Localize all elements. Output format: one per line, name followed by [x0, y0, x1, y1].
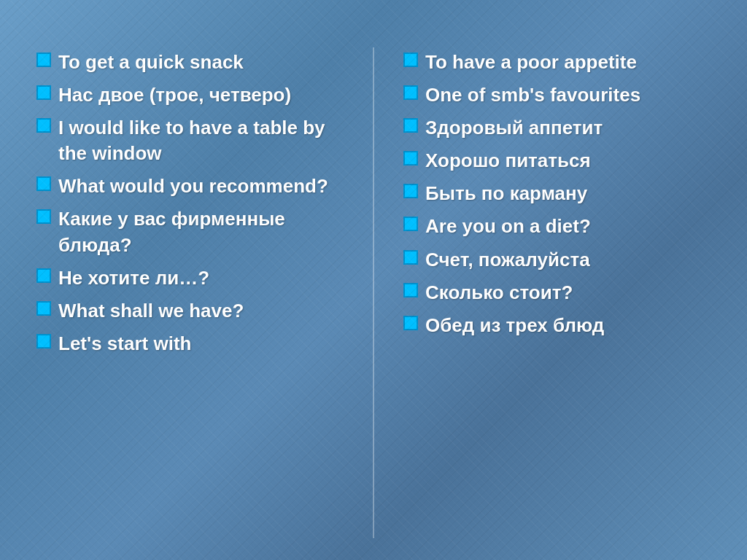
list-item: Обед из трех блюд	[403, 311, 711, 341]
bullet-icon	[36, 85, 51, 100]
list-item: Здоровый аппетит	[403, 113, 711, 143]
list-item: To get a quick snack	[36, 47, 344, 77]
bullet-text: What shall we have?	[58, 298, 244, 324]
bullet-text: To get a quick snack	[58, 50, 244, 75]
bullet-icon	[36, 268, 51, 283]
bullet-text: Счет, пожалуйста	[425, 247, 590, 273]
bullet-icon	[403, 184, 418, 198]
list-item: What shall we have?	[36, 296, 344, 326]
bullet-icon	[403, 316, 418, 330]
bullet-icon	[403, 151, 418, 166]
bullet-text: To have a poor appetite	[425, 50, 637, 75]
right-column: To have a poor appetiteOne of smb's favo…	[403, 47, 711, 538]
list-item: Быть по карману	[403, 179, 711, 209]
list-item: Счет, пожалуйста	[403, 245, 711, 275]
bullet-text: Быть по карману	[425, 181, 587, 206]
bullet-icon	[403, 217, 418, 231]
column-divider	[373, 47, 374, 538]
bullet-icon	[36, 176, 51, 191]
bullet-text: Какие у вас фирменные блюда?	[58, 206, 344, 257]
list-item: Сколько стоит?	[403, 278, 711, 308]
bullet-icon	[36, 118, 51, 133]
list-item: Нас двое (трое, четверо)	[36, 80, 344, 110]
bullet-text: What would you recommend?	[58, 174, 328, 199]
bullet-text: Не хотите ли…?	[58, 265, 209, 291]
list-item: Let's start with	[36, 329, 344, 359]
list-item: Не хотите ли…?	[36, 263, 344, 293]
list-item: Хорошо питаться	[403, 146, 711, 176]
bullet-text: Хорошо питаться	[425, 148, 591, 174]
bullet-icon	[36, 301, 51, 316]
bullet-text: Нас двое (трое, четверо)	[58, 82, 291, 108]
bullet-text: Are you on a diet?	[425, 214, 591, 239]
bullet-text: I would like to have a table by the wind…	[58, 115, 344, 166]
left-column: To get a quick snackНас двое (трое, четв…	[36, 47, 344, 538]
bullet-text: One of smb's favourites	[425, 82, 640, 108]
list-item: Какие у вас фирменные блюда?	[36, 204, 344, 260]
list-item: To have a poor appetite	[403, 47, 711, 77]
bullet-icon	[36, 334, 51, 349]
bullet-text: Сколько стоит?	[425, 280, 573, 306]
bullet-icon	[36, 52, 51, 67]
list-item: Are you on a diet?	[403, 211, 711, 241]
slide: To get a quick snackНас двое (трое, четв…	[0, 0, 747, 560]
content-area: To get a quick snackНас двое (трое, четв…	[36, 47, 711, 538]
bullet-icon	[403, 250, 418, 265]
bullet-icon	[403, 85, 418, 100]
list-item: One of smb's favourites	[403, 80, 711, 110]
bullet-icon	[36, 209, 51, 224]
list-item: I would like to have a table by the wind…	[36, 113, 344, 168]
bullet-text: Здоровый аппетит	[425, 115, 603, 141]
bullet-text: Обед из трех блюд	[425, 313, 604, 338]
bullet-text: Let's start with	[58, 331, 191, 357]
bullet-icon	[403, 52, 418, 67]
bullet-icon	[403, 118, 418, 133]
bullet-icon	[403, 283, 418, 298]
list-item: What would you recommend?	[36, 171, 344, 201]
